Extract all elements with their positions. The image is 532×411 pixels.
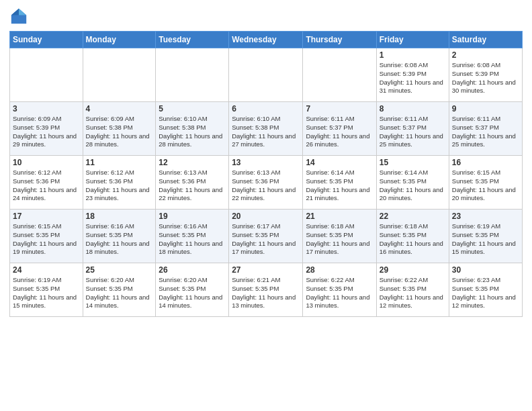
day-number: 6 (232, 104, 300, 113)
week-row-3: 10Sunrise: 6:12 AM Sunset: 5:36 PM Dayli… (10, 156, 523, 210)
calendar-cell: 29Sunrise: 6:22 AM Sunset: 5:35 PM Dayli… (376, 263, 449, 317)
day-number: 11 (86, 158, 153, 167)
week-row-5: 24Sunrise: 6:19 AM Sunset: 5:35 PM Dayli… (10, 263, 523, 317)
day-info: Sunrise: 6:09 AM Sunset: 5:38 PM Dayligh… (86, 115, 153, 149)
weekday-header-friday: Friday (376, 32, 449, 48)
weekday-header-thursday: Thursday (303, 32, 376, 48)
day-number: 19 (159, 212, 226, 221)
calendar-cell: 14Sunrise: 6:14 AM Sunset: 5:35 PM Dayli… (303, 156, 376, 210)
calendar-cell: 28Sunrise: 6:22 AM Sunset: 5:35 PM Dayli… (303, 263, 376, 317)
day-info: Sunrise: 6:11 AM Sunset: 5:37 PM Dayligh… (306, 115, 373, 149)
day-info: Sunrise: 6:19 AM Sunset: 5:35 PM Dayligh… (13, 276, 80, 310)
day-number: 5 (159, 104, 226, 113)
day-info: Sunrise: 6:15 AM Sunset: 5:35 PM Dayligh… (452, 169, 519, 203)
week-row-4: 17Sunrise: 6:15 AM Sunset: 5:35 PM Dayli… (10, 210, 523, 263)
calendar-cell: 2Sunrise: 6:08 AM Sunset: 5:39 PM Daylig… (449, 48, 522, 102)
day-number: 12 (159, 158, 226, 167)
calendar-cell: 27Sunrise: 6:21 AM Sunset: 5:35 PM Dayli… (229, 263, 303, 317)
day-info: Sunrise: 6:16 AM Sunset: 5:35 PM Dayligh… (159, 222, 226, 257)
day-number: 17 (13, 212, 80, 221)
calendar-cell: 24Sunrise: 6:19 AM Sunset: 5:35 PM Dayli… (10, 263, 83, 317)
day-number: 10 (13, 158, 80, 167)
calendar-cell: 22Sunrise: 6:18 AM Sunset: 5:35 PM Dayli… (376, 210, 449, 263)
calendar-cell (229, 48, 303, 102)
day-number: 24 (13, 265, 80, 275)
day-info: Sunrise: 6:08 AM Sunset: 5:39 PM Dayligh… (452, 61, 519, 95)
day-number: 9 (452, 104, 519, 113)
weekday-header-monday: Monday (83, 32, 156, 48)
day-info: Sunrise: 6:18 AM Sunset: 5:35 PM Dayligh… (380, 222, 446, 257)
calendar-cell: 26Sunrise: 6:20 AM Sunset: 5:35 PM Dayli… (156, 263, 229, 317)
weekday-header-tuesday: Tuesday (156, 32, 229, 48)
day-number: 7 (306, 104, 373, 113)
weekday-header-sunday: Sunday (10, 32, 83, 48)
day-info: Sunrise: 6:11 AM Sunset: 5:37 PM Dayligh… (452, 115, 519, 149)
day-info: Sunrise: 6:20 AM Sunset: 5:35 PM Dayligh… (159, 276, 226, 310)
day-info: Sunrise: 6:10 AM Sunset: 5:38 PM Dayligh… (232, 115, 300, 149)
day-info: Sunrise: 6:19 AM Sunset: 5:35 PM Dayligh… (452, 222, 519, 257)
page: SundayMondayTuesdayWednesdayThursdayFrid… (0, 0, 532, 324)
day-number: 16 (452, 158, 519, 167)
calendar-cell: 25Sunrise: 6:20 AM Sunset: 5:35 PM Dayli… (83, 263, 156, 317)
day-info: Sunrise: 6:08 AM Sunset: 5:39 PM Dayligh… (380, 61, 446, 95)
day-info: Sunrise: 6:09 AM Sunset: 5:39 PM Dayligh… (13, 115, 80, 149)
week-row-1: 1Sunrise: 6:08 AM Sunset: 5:39 PM Daylig… (10, 48, 523, 102)
weekday-row: SundayMondayTuesdayWednesdayThursdayFrid… (10, 32, 523, 48)
header (9, 7, 523, 26)
calendar-cell: 12Sunrise: 6:13 AM Sunset: 5:36 PM Dayli… (156, 156, 229, 210)
day-number: 18 (86, 212, 153, 221)
day-number: 20 (232, 212, 300, 221)
calendar-cell: 17Sunrise: 6:15 AM Sunset: 5:35 PM Dayli… (10, 210, 83, 263)
day-number: 8 (380, 104, 446, 113)
day-info: Sunrise: 6:20 AM Sunset: 5:35 PM Dayligh… (86, 276, 153, 310)
day-number: 28 (306, 265, 373, 275)
calendar-cell (10, 48, 83, 102)
day-info: Sunrise: 6:11 AM Sunset: 5:37 PM Dayligh… (380, 115, 446, 149)
calendar-cell: 19Sunrise: 6:16 AM Sunset: 5:35 PM Dayli… (156, 210, 229, 263)
day-info: Sunrise: 6:14 AM Sunset: 5:35 PM Dayligh… (306, 169, 373, 203)
day-number: 27 (232, 265, 300, 275)
calendar-cell: 6Sunrise: 6:10 AM Sunset: 5:38 PM Daylig… (229, 102, 303, 156)
calendar-table: SundayMondayTuesdayWednesdayThursdayFrid… (9, 31, 523, 317)
calendar-cell: 16Sunrise: 6:15 AM Sunset: 5:35 PM Dayli… (449, 156, 522, 210)
day-number: 30 (452, 265, 519, 275)
day-info: Sunrise: 6:10 AM Sunset: 5:38 PM Dayligh… (159, 115, 226, 149)
day-number: 29 (380, 265, 446, 275)
calendar-cell: 5Sunrise: 6:10 AM Sunset: 5:38 PM Daylig… (156, 102, 229, 156)
day-number: 2 (452, 50, 519, 60)
calendar-cell: 3Sunrise: 6:09 AM Sunset: 5:39 PM Daylig… (10, 102, 83, 156)
logo (9, 7, 31, 26)
calendar-cell: 15Sunrise: 6:14 AM Sunset: 5:35 PM Dayli… (376, 156, 449, 210)
day-number: 22 (380, 212, 446, 221)
day-number: 15 (380, 158, 446, 167)
day-info: Sunrise: 6:22 AM Sunset: 5:35 PM Dayligh… (380, 276, 446, 310)
day-info: Sunrise: 6:23 AM Sunset: 5:35 PM Dayligh… (452, 276, 519, 310)
calendar-cell: 10Sunrise: 6:12 AM Sunset: 5:36 PM Dayli… (10, 156, 83, 210)
weekday-header-saturday: Saturday (449, 32, 522, 48)
day-number: 21 (306, 212, 373, 221)
calendar-cell: 4Sunrise: 6:09 AM Sunset: 5:38 PM Daylig… (83, 102, 156, 156)
day-info: Sunrise: 6:12 AM Sunset: 5:36 PM Dayligh… (86, 169, 153, 203)
day-info: Sunrise: 6:13 AM Sunset: 5:36 PM Dayligh… (232, 169, 300, 203)
day-info: Sunrise: 6:12 AM Sunset: 5:36 PM Dayligh… (13, 169, 80, 203)
day-info: Sunrise: 6:15 AM Sunset: 5:35 PM Dayligh… (13, 222, 80, 257)
day-info: Sunrise: 6:21 AM Sunset: 5:35 PM Dayligh… (232, 276, 300, 310)
day-number: 23 (452, 212, 519, 221)
day-number: 1 (380, 50, 446, 60)
day-number: 3 (13, 104, 80, 113)
day-number: 4 (86, 104, 153, 113)
svg-marker-1 (19, 9, 26, 15)
day-number: 13 (232, 158, 300, 167)
weekday-header-wednesday: Wednesday (229, 32, 303, 48)
day-info: Sunrise: 6:17 AM Sunset: 5:35 PM Dayligh… (232, 222, 300, 257)
day-info: Sunrise: 6:13 AM Sunset: 5:36 PM Dayligh… (159, 169, 226, 203)
calendar-cell: 1Sunrise: 6:08 AM Sunset: 5:39 PM Daylig… (376, 48, 449, 102)
calendar-cell: 7Sunrise: 6:11 AM Sunset: 5:37 PM Daylig… (303, 102, 376, 156)
day-number: 25 (86, 265, 153, 275)
calendar-body: 1Sunrise: 6:08 AM Sunset: 5:39 PM Daylig… (10, 48, 523, 317)
day-info: Sunrise: 6:22 AM Sunset: 5:35 PM Dayligh… (306, 276, 373, 310)
calendar-cell: 11Sunrise: 6:12 AM Sunset: 5:36 PM Dayli… (83, 156, 156, 210)
calendar-cell: 30Sunrise: 6:23 AM Sunset: 5:35 PM Dayli… (449, 263, 522, 317)
calendar-cell: 8Sunrise: 6:11 AM Sunset: 5:37 PM Daylig… (376, 102, 449, 156)
svg-marker-2 (11, 9, 19, 15)
